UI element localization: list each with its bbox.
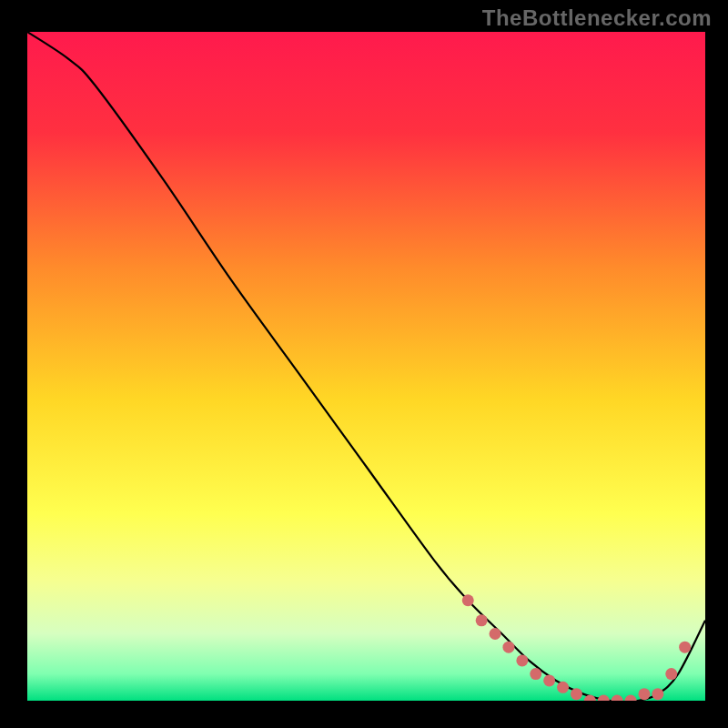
marker-dot	[530, 668, 541, 680]
marker-dot	[462, 594, 474, 606]
chart-svg	[27, 32, 705, 701]
marker-dot	[476, 614, 488, 626]
marker-dot	[571, 688, 582, 700]
marker-dot	[543, 674, 555, 686]
marker-dot	[638, 688, 650, 700]
attribution-text: TheBottlenecker.com	[482, 5, 712, 31]
marker-dot	[502, 642, 514, 653]
marker-dot	[665, 668, 677, 680]
chart-frame: TheBottlenecker.com	[0, 0, 728, 728]
marker-dot	[557, 682, 569, 693]
plot-area	[27, 32, 705, 701]
marker-dot	[652, 688, 663, 700]
marker-dot	[679, 642, 691, 653]
marker-dot	[490, 628, 501, 640]
marker-dot	[516, 654, 528, 666]
